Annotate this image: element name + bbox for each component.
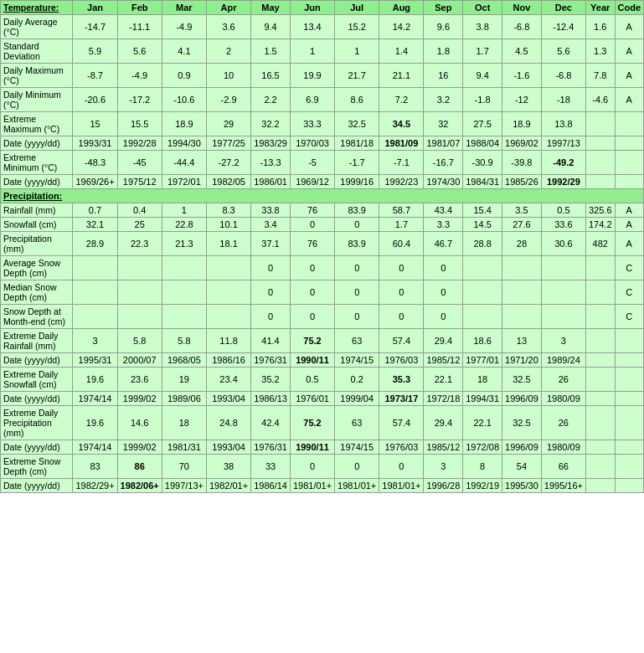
cell: 34.5: [379, 112, 424, 136]
cell: 83.9: [335, 203, 379, 218]
cell: [585, 280, 615, 305]
cell: 0: [251, 256, 291, 280]
cell: 1: [162, 203, 206, 218]
cell: -13.3: [251, 151, 291, 175]
cell: 18: [162, 406, 206, 440]
cell: 0: [335, 256, 379, 280]
table-row: Daily Minimum (°C)-20.6-17.2-10.6-2.92.2…: [1, 88, 644, 112]
cell: 3.2: [424, 88, 463, 112]
table-row: Daily Average (°C)-14.7-11.1-4.93.69.413…: [1, 15, 644, 39]
cell: 1971/20: [502, 353, 542, 368]
cell: 1992/19: [463, 479, 502, 493]
cell: 8: [463, 455, 502, 479]
col-header-dec: Dec: [541, 1, 585, 15]
cell: [162, 305, 206, 329]
cell: 1.6: [585, 15, 615, 39]
cell: 1995/31: [73, 353, 117, 368]
cell: 30.6: [541, 232, 585, 256]
cell: 32.5: [502, 406, 542, 440]
table-row: Extreme Daily Snowfall (cm)19.623.61923.…: [1, 368, 644, 392]
cell: 1982/29+: [73, 479, 117, 493]
col-header-aug: Aug: [379, 1, 424, 15]
cell: 18.9: [162, 112, 206, 136]
cell: 22.1: [463, 406, 502, 440]
cell: 1986/01: [251, 175, 291, 189]
table-row: Snowfall (cm)32.12522.810.13.4001.73.314…: [1, 218, 644, 232]
cell: [615, 368, 644, 392]
cell: [585, 368, 615, 392]
col-header-label: Temperature:: [1, 1, 73, 15]
cell: 19.9: [290, 64, 334, 88]
table-row: Rainfall (mm)0.70.418.333.87683.958.743.…: [1, 203, 644, 218]
cell: 1983/29: [251, 136, 291, 151]
row-label: Date (yyyy/dd): [1, 136, 73, 151]
cell: 5.8: [117, 329, 162, 353]
cell: 1: [335, 39, 379, 64]
cell: 0: [290, 280, 334, 305]
cell: 22.8: [162, 218, 206, 232]
row-label: Extreme Daily Snowfall (cm): [1, 368, 73, 392]
cell: 1999/02: [117, 392, 162, 406]
cell: [585, 329, 615, 353]
cell: 8.3: [206, 203, 250, 218]
cell: A: [615, 88, 644, 112]
cell: 0: [379, 280, 424, 305]
cell: [615, 136, 644, 151]
cell: [585, 455, 615, 479]
cell: [615, 392, 644, 406]
cell: 325.6: [585, 203, 615, 218]
row-label: Median Snow Depth (cm): [1, 280, 73, 305]
cell: 38: [206, 455, 250, 479]
col-header-code: Code: [615, 1, 644, 15]
cell: 14.6: [117, 406, 162, 440]
cell: 83.9: [335, 232, 379, 256]
row-label: Date (yyyy/dd): [1, 175, 73, 189]
table-row: Snow Depth at Month-end (cm)00000C: [1, 305, 644, 329]
cell: 1996/09: [502, 392, 542, 406]
cell: 13.8: [541, 112, 585, 136]
cell: 1974/14: [73, 440, 117, 455]
cell: 1994/31: [463, 392, 502, 406]
cell: 0: [290, 256, 334, 280]
cell: 26: [541, 368, 585, 392]
col-header-may: May: [251, 1, 291, 15]
cell: 1.7: [463, 39, 502, 64]
table-row: Date (yyyy/dd)1969/26+1975/121972/011982…: [1, 175, 644, 189]
cell: [117, 256, 162, 280]
table-row: Extreme Daily Rainfall (mm)35.85.811.841…: [1, 329, 644, 353]
cell: -2.9: [206, 88, 250, 112]
cell: 76: [290, 232, 334, 256]
cell: -17.2: [117, 88, 162, 112]
row-label: Daily Minimum (°C): [1, 88, 73, 112]
cell: -27.2: [206, 151, 250, 175]
cell: 22.3: [117, 232, 162, 256]
col-header-mar: Mar: [162, 1, 206, 15]
row-label: Date (yyyy/dd): [1, 392, 73, 406]
cell: [615, 329, 644, 353]
cell: 6.9: [290, 88, 334, 112]
cell: 3.4: [251, 218, 291, 232]
cell: -5: [290, 151, 334, 175]
cell: 29: [206, 112, 250, 136]
cell: 1: [290, 39, 334, 64]
cell: 4.1: [162, 39, 206, 64]
cell: 19.6: [73, 406, 117, 440]
cell: 1986/14: [251, 479, 291, 493]
cell: 1997/13: [541, 136, 585, 151]
cell: 5.8: [162, 329, 206, 353]
table-row: Precipitation (mm)28.922.321.318.137.176…: [1, 232, 644, 256]
cell: C: [615, 256, 644, 280]
cell: 35.2: [251, 368, 291, 392]
cell: 1974/14: [73, 392, 117, 406]
cell: 21.7: [335, 64, 379, 88]
cell: 1976/03: [379, 440, 424, 455]
cell: -12: [502, 88, 542, 112]
cell: 33.8: [251, 203, 291, 218]
cell: 1969/26+: [73, 175, 117, 189]
cell: 1999/04: [335, 392, 379, 406]
cell: 33: [251, 455, 291, 479]
cell: 43.4: [424, 203, 463, 218]
cell: 0: [379, 455, 424, 479]
cell: 1977/25: [206, 136, 250, 151]
cell: [585, 353, 615, 368]
